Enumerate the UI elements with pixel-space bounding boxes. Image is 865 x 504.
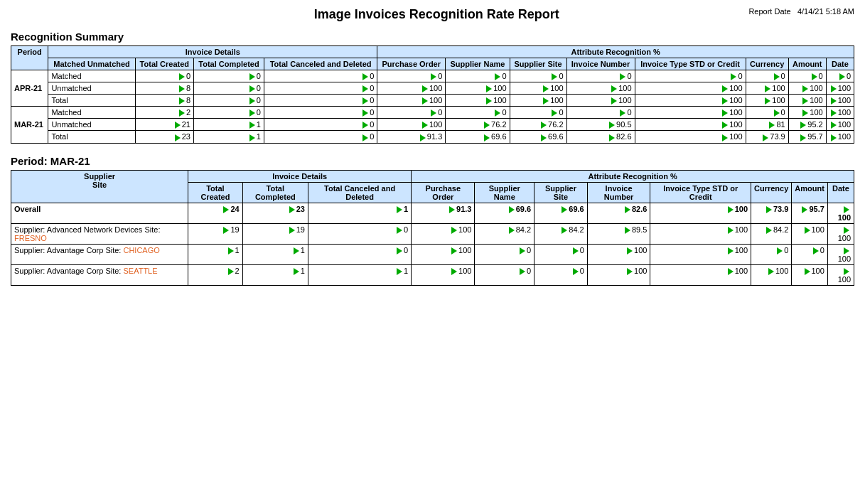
purchase_order-cell: 100	[377, 119, 446, 131]
invoice_number-cell: 0	[566, 70, 635, 82]
col2-total-completed: Total Completed	[242, 182, 308, 203]
supplier_site-cell: 100	[510, 82, 566, 95]
amount-cell: 0	[788, 70, 826, 82]
amount-cell: 100	[792, 264, 828, 285]
col-supplier-name: Supplier Name	[446, 58, 510, 70]
date-cell: 100	[827, 264, 854, 285]
date-cell: 100	[826, 107, 854, 119]
purchase_order-cell: 100	[412, 264, 475, 285]
recognition-summary-title: Recognition Summary	[11, 31, 854, 43]
invoice_type-cell: 100	[635, 95, 746, 107]
total_canceled-cell: 0	[264, 95, 377, 107]
period-cell: APR-21	[11, 70, 48, 107]
type-cell: Matched	[48, 107, 135, 119]
supplier_site-cell: 100	[510, 95, 566, 107]
col-total-canceled: Total Canceled and Deleted	[264, 58, 377, 70]
amount-cell: 100	[792, 223, 828, 244]
supplier_name-cell: 0	[446, 70, 510, 82]
invoice_number-cell: 0	[566, 107, 635, 119]
amount-cell: 100	[788, 82, 826, 95]
type-cell: Total	[48, 131, 135, 143]
invoice_number-cell: 100	[566, 95, 635, 107]
purchase_order-cell: 100	[377, 95, 446, 107]
col2-total-canceled: Total Canceled and Deleted	[308, 182, 411, 203]
purchase_order-cell: 100	[412, 223, 475, 244]
total_completed-cell: 19	[242, 223, 308, 244]
supplier_name-cell: 69.6	[475, 203, 534, 223]
supplier_site-cell: 0	[534, 264, 588, 285]
report-title: Image Invoices Recognition Rate Report	[124, 7, 748, 22]
col2-supplier-name: Supplier Name	[475, 182, 534, 203]
col-invoice-number: Invoice Number	[566, 58, 635, 70]
supplier_name-cell: 0	[446, 107, 510, 119]
total_completed-cell: 0	[194, 82, 264, 95]
total_canceled-cell: 1	[308, 264, 411, 285]
report-date-label: Report Date	[748, 7, 790, 16]
total_canceled-cell: 0	[308, 244, 411, 264]
invoice_type-cell: 100	[650, 264, 751, 285]
total_created-cell: 8	[135, 82, 193, 95]
col-currency: Currency	[746, 58, 788, 70]
date-cell: 100	[826, 131, 854, 143]
invoice_type-cell: 100	[635, 82, 746, 95]
invoice_type-cell: 100	[650, 244, 751, 264]
col2-currency: Currency	[751, 182, 792, 203]
total_completed-cell: 1	[194, 119, 264, 131]
type-cell: Total	[48, 95, 135, 107]
supplier_name-cell: 84.2	[475, 223, 534, 244]
supplier_name-cell: 100	[446, 95, 510, 107]
period-cell: MAR-21	[11, 107, 48, 143]
col-attribute-recognition: Attribute Recognition %	[377, 46, 854, 58]
currency-cell: 73.9	[746, 131, 788, 143]
currency-cell: 0	[746, 70, 788, 82]
table-row: Unmatched800100100100100100100100100	[11, 82, 854, 95]
col-invoice-details-2: Invoice Details	[188, 170, 412, 182]
col-date: Date	[826, 58, 854, 70]
currency-cell: 100	[751, 264, 792, 285]
col2-invoice-type: Invoice Type STD or Credit	[650, 182, 751, 203]
supplier_site-cell: 69.6	[510, 131, 566, 143]
invoice_number-cell: 100	[587, 264, 650, 285]
purchase_order-cell: 91.3	[377, 131, 446, 143]
supplier_name-cell: 100	[446, 82, 510, 95]
amount-cell: 95.7	[792, 203, 828, 223]
total_created-cell: 0	[135, 70, 193, 82]
total_created-cell: 8	[135, 95, 193, 107]
total_completed-cell: 1	[242, 244, 308, 264]
invoice_number-cell: 89.5	[587, 223, 650, 244]
col-amount: Amount	[788, 58, 826, 70]
col-supplier-site-header: SupplierSite	[11, 170, 188, 203]
invoice_type-cell: 100	[635, 119, 746, 131]
supplier-cell: Supplier: Advantage Corp Site: CHICAGO	[11, 244, 188, 264]
purchase_order-cell: 100	[412, 244, 475, 264]
col2-purchase-order: Purchase Order	[412, 182, 475, 203]
invoice_type-cell: 0	[635, 70, 746, 82]
page-header: Image Invoices Recognition Rate Report R…	[11, 7, 854, 22]
total_canceled-cell: 0	[264, 107, 377, 119]
date-cell: 0	[826, 70, 854, 82]
total_completed-cell: 0	[194, 95, 264, 107]
supplier-cell: Supplier: Advanced Network Devices Site:…	[11, 223, 188, 244]
recognition-summary-table: Period Invoice Details Attribute Recogni…	[11, 45, 854, 144]
invoice_type-cell: 100	[635, 131, 746, 143]
report-date-area: Report Date 4/14/21 5:18 AM	[748, 7, 854, 16]
total_completed-cell: 1	[194, 131, 264, 143]
invoice_type-cell: 100	[635, 107, 746, 119]
total_created-cell: 23	[135, 131, 193, 143]
invoice_type-cell: 100	[650, 203, 751, 223]
table-row: Supplier: Advanced Network Devices Site:…	[11, 223, 854, 244]
supplier_site-cell: 76.2	[510, 119, 566, 131]
supplier_site-cell: 0	[510, 107, 566, 119]
date-cell: 100	[827, 223, 854, 244]
col-purchase-order: Purchase Order	[377, 58, 446, 70]
total_created-cell: 2	[135, 107, 193, 119]
col2-invoice-number: Invoice Number	[587, 182, 650, 203]
purchase_order-cell: 91.3	[412, 203, 475, 223]
supplier_site-cell: 69.6	[534, 203, 588, 223]
total_canceled-cell: 0	[264, 82, 377, 95]
supplier_name-cell: 0	[475, 264, 534, 285]
period-mar21-title: Period: MAR-21	[11, 155, 854, 167]
purchase_order-cell: 100	[377, 82, 446, 95]
table-row: Overall2423191.369.669.682.610073.995.71…	[11, 203, 854, 223]
col2-total-created: Total Created	[188, 182, 242, 203]
